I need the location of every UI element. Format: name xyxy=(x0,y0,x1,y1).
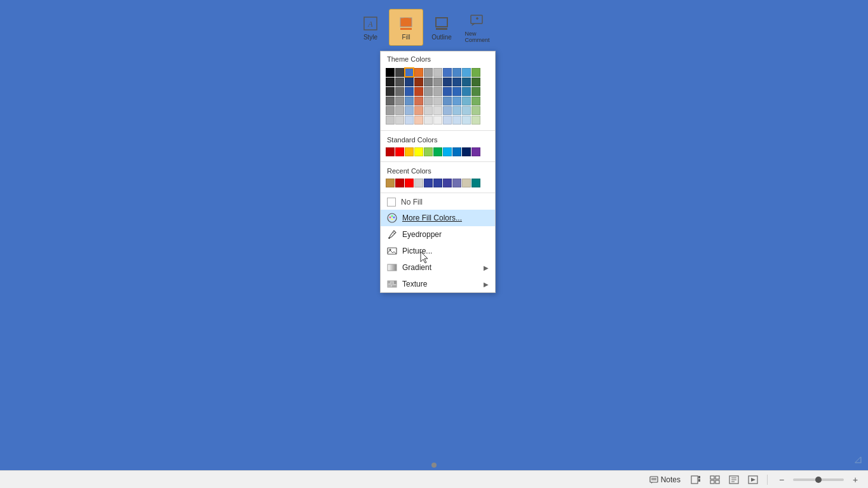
theme-swatch[interactable] xyxy=(424,68,433,77)
standard-swatch[interactable] xyxy=(452,147,461,156)
theme-swatch[interactable] xyxy=(452,78,461,86)
theme-swatch[interactable] xyxy=(386,116,395,125)
theme-swatch[interactable] xyxy=(452,68,461,77)
theme-swatch[interactable] xyxy=(414,106,423,115)
recent-swatch[interactable] xyxy=(443,179,452,187)
theme-swatch[interactable] xyxy=(462,78,471,86)
zoom-out-button[interactable]: − xyxy=(774,473,789,486)
recent-swatch[interactable] xyxy=(395,179,404,187)
standard-swatch[interactable] xyxy=(443,147,452,156)
theme-swatch[interactable] xyxy=(471,87,480,96)
theme-swatch[interactable] xyxy=(443,68,452,77)
recent-swatch[interactable] xyxy=(405,179,414,187)
theme-swatch[interactable] xyxy=(471,68,480,77)
theme-swatch[interactable] xyxy=(424,116,433,125)
theme-swatch[interactable] xyxy=(386,78,395,86)
theme-swatch[interactable] xyxy=(405,106,414,115)
theme-swatch[interactable] xyxy=(443,87,452,96)
gradient-label: Gradient xyxy=(402,263,478,272)
zoom-slider[interactable] xyxy=(793,478,844,481)
standard-swatch[interactable] xyxy=(386,147,395,156)
slide-sorter-button[interactable] xyxy=(707,473,722,486)
theme-swatch[interactable] xyxy=(386,68,395,77)
theme-swatch[interactable] xyxy=(414,87,423,96)
theme-swatch[interactable] xyxy=(443,116,452,125)
theme-swatch[interactable] xyxy=(433,78,442,86)
eyedropper-item[interactable]: Eyedropper xyxy=(381,226,495,243)
reading-view-button[interactable] xyxy=(726,473,742,486)
theme-swatch[interactable] xyxy=(452,97,461,105)
theme-swatch[interactable] xyxy=(433,97,442,105)
new-comment-button[interactable]: NewComment xyxy=(460,9,494,46)
standard-swatch[interactable] xyxy=(433,147,442,156)
theme-swatch[interactable] xyxy=(424,106,433,115)
outline-button[interactable]: Outline xyxy=(424,9,459,46)
theme-swatch[interactable] xyxy=(433,116,442,125)
theme-swatch[interactable] xyxy=(471,116,480,125)
theme-swatch[interactable] xyxy=(443,78,452,86)
svg-point-10 xyxy=(390,217,391,219)
recent-swatch[interactable] xyxy=(386,179,395,187)
theme-swatch[interactable] xyxy=(386,87,395,96)
theme-swatch[interactable] xyxy=(462,116,471,125)
theme-swatch[interactable] xyxy=(424,78,433,86)
theme-swatch[interactable] xyxy=(452,106,461,115)
theme-swatch[interactable] xyxy=(395,116,404,125)
theme-swatch[interactable] xyxy=(395,97,404,105)
theme-swatch[interactable] xyxy=(452,87,461,96)
texture-item[interactable]: Texture ▶ xyxy=(381,276,495,292)
theme-swatch[interactable] xyxy=(424,97,433,105)
theme-swatch[interactable] xyxy=(414,97,423,105)
theme-swatch[interactable] xyxy=(414,78,423,86)
theme-swatch[interactable] xyxy=(405,68,414,77)
theme-swatch[interactable] xyxy=(386,97,395,105)
theme-swatch[interactable] xyxy=(395,68,404,77)
theme-swatch[interactable] xyxy=(462,106,471,115)
slideshow-button[interactable] xyxy=(745,473,761,486)
theme-swatch[interactable] xyxy=(405,78,414,86)
recent-swatch[interactable] xyxy=(414,179,423,187)
theme-swatch[interactable] xyxy=(433,87,442,96)
theme-swatch[interactable] xyxy=(414,116,423,125)
theme-swatch[interactable] xyxy=(462,97,471,105)
theme-swatch[interactable] xyxy=(405,116,414,125)
style-button[interactable]: A Style xyxy=(353,9,388,46)
theme-swatch[interactable] xyxy=(452,116,461,125)
theme-swatch[interactable] xyxy=(414,68,423,77)
theme-swatch[interactable] xyxy=(395,106,404,115)
theme-swatch[interactable] xyxy=(462,68,471,77)
standard-swatch[interactable] xyxy=(471,147,480,156)
notes-button[interactable]: Notes xyxy=(646,474,684,485)
picture-item[interactable]: Picture... xyxy=(381,243,495,259)
theme-swatch[interactable] xyxy=(471,78,480,86)
theme-swatch[interactable] xyxy=(471,106,480,115)
standard-swatch[interactable] xyxy=(405,147,414,156)
standard-swatch[interactable] xyxy=(395,147,404,156)
normal-view-button[interactable] xyxy=(688,473,703,486)
theme-swatch[interactable] xyxy=(405,97,414,105)
theme-swatch[interactable] xyxy=(433,68,442,77)
theme-swatch[interactable] xyxy=(395,78,404,86)
theme-swatch[interactable] xyxy=(405,87,414,96)
recent-swatch[interactable] xyxy=(424,179,433,187)
recent-swatch[interactable] xyxy=(452,179,461,187)
standard-swatch[interactable] xyxy=(414,147,423,156)
theme-swatch[interactable] xyxy=(386,106,395,115)
recent-swatch[interactable] xyxy=(462,179,471,187)
gradient-item[interactable]: Gradient ▶ xyxy=(381,259,495,276)
recent-swatch[interactable] xyxy=(471,179,480,187)
standard-swatch[interactable] xyxy=(462,147,471,156)
theme-swatch[interactable] xyxy=(433,106,442,115)
theme-swatch[interactable] xyxy=(443,97,452,105)
fill-button[interactable]: Fill xyxy=(389,9,423,46)
standard-swatch[interactable] xyxy=(424,147,433,156)
theme-swatch[interactable] xyxy=(462,87,471,96)
theme-swatch[interactable] xyxy=(395,87,404,96)
theme-swatch[interactable] xyxy=(443,106,452,115)
theme-swatch[interactable] xyxy=(471,97,480,105)
more-fill-colors-item[interactable]: More Fill Colors... xyxy=(381,210,495,226)
no-fill-item[interactable]: No Fill xyxy=(381,194,495,210)
theme-swatch[interactable] xyxy=(424,87,433,96)
zoom-in-button[interactable]: + xyxy=(848,473,863,486)
recent-swatch[interactable] xyxy=(433,179,442,187)
